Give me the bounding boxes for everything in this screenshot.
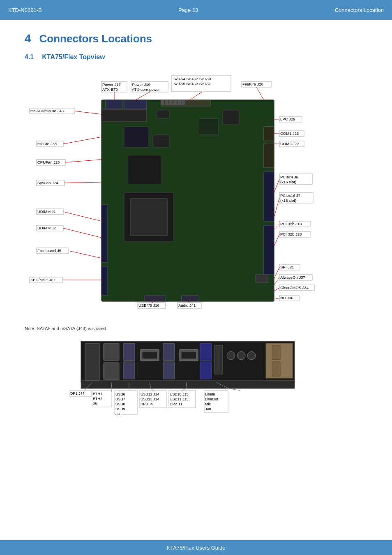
chapter-number: 4 xyxy=(25,32,31,45)
svg-rect-8 xyxy=(165,100,168,105)
svg-text:UDIMM J1: UDIMM J1 xyxy=(37,209,56,214)
svg-rect-7 xyxy=(161,100,164,105)
svg-point-131 xyxy=(247,352,256,360)
svg-rect-10 xyxy=(173,100,177,105)
svg-rect-17 xyxy=(153,135,169,147)
svg-text:SATA4  SATA2  SATA0: SATA4 SATA2 SATA0 xyxy=(173,76,211,81)
svg-text:J8: J8 xyxy=(93,402,97,406)
svg-text:USB9: USB9 xyxy=(115,407,125,411)
svg-rect-15 xyxy=(101,109,147,122)
svg-line-64 xyxy=(136,92,150,100)
svg-rect-119 xyxy=(123,362,135,379)
svg-line-68 xyxy=(190,92,202,100)
svg-line-41 xyxy=(65,160,101,162)
svg-line-157 xyxy=(151,388,153,391)
svg-text:ETH2: ETH2 xyxy=(93,397,102,401)
svg-rect-134 xyxy=(272,362,280,376)
svg-rect-122 xyxy=(163,343,175,361)
svg-text:NC J36: NC J36 xyxy=(280,296,293,300)
svg-line-47 xyxy=(63,212,101,221)
svg-rect-9 xyxy=(169,100,173,105)
svg-rect-30 xyxy=(157,110,169,118)
svg-line-35 xyxy=(75,111,101,114)
svg-rect-115 xyxy=(85,343,99,380)
svg-line-88 xyxy=(274,198,279,217)
svg-rect-123 xyxy=(163,362,175,379)
svg-line-106 xyxy=(274,298,279,299)
header-page: Page 13 xyxy=(178,7,198,13)
svg-text:USB8: USB8 xyxy=(115,402,125,406)
svg-rect-14 xyxy=(124,100,147,109)
svg-text:USB13 J14: USB13 J14 xyxy=(141,397,159,401)
svg-rect-18 xyxy=(128,155,161,184)
svg-rect-16 xyxy=(124,127,149,147)
topview-diagram: mSATA/mPCIe J43 mPCIe J38 CPUFan J25 Sys… xyxy=(25,73,367,320)
svg-rect-28 xyxy=(145,295,165,301)
svg-text:DP0 J4: DP0 J4 xyxy=(141,402,153,406)
svg-line-170 xyxy=(229,388,240,391)
svg-rect-11 xyxy=(178,100,181,105)
svg-rect-26 xyxy=(264,127,274,141)
svg-text:LineIn: LineIn xyxy=(205,392,215,396)
svg-text:Mic: Mic xyxy=(205,402,211,406)
svg-text:CPUFan J25: CPUFan J25 xyxy=(37,160,60,164)
svg-rect-29 xyxy=(182,295,198,301)
svg-text:SysFan J24: SysFan J24 xyxy=(37,180,58,185)
svg-rect-114 xyxy=(81,380,295,388)
svg-text:DP2 J3: DP2 J3 xyxy=(170,402,182,406)
svg-rect-21 xyxy=(101,205,108,262)
svg-text:mPCIe J38: mPCIe J38 xyxy=(37,141,57,146)
svg-text:PCIex4 J6: PCIex4 J6 xyxy=(280,175,298,179)
svg-text:AlwaysOn J37: AlwaysOn J37 xyxy=(280,275,305,280)
svg-rect-27 xyxy=(256,275,268,283)
svg-line-94 xyxy=(274,234,279,246)
svg-text:KBD/MSE J27: KBD/MSE J27 xyxy=(30,278,55,282)
svg-line-53 xyxy=(69,251,101,258)
svg-text:mSATA/mPCIe J43: mSATA/mPCIe J43 xyxy=(30,109,64,113)
svg-rect-22 xyxy=(101,266,108,295)
section-number: 4.1 xyxy=(25,53,34,61)
svg-line-71 xyxy=(256,87,264,100)
svg-text:Audio J41: Audio J41 xyxy=(178,303,196,308)
svg-text:Power J17: Power J17 xyxy=(102,82,121,87)
svg-rect-127 xyxy=(200,362,212,379)
svg-text:USB10 J15: USB10 J15 xyxy=(170,392,189,396)
svg-text:J20: J20 xyxy=(115,412,122,416)
chapter-title: Connectors Locations xyxy=(39,32,152,45)
section-title: KTA75/Flex Topview xyxy=(42,53,105,61)
svg-text:DP1 J44: DP1 J44 xyxy=(70,391,85,395)
main-content: 4 Connectors Locations 4.1 KTA75/Flex To… xyxy=(0,20,392,469)
svg-text:COM2 J22: COM2 J22 xyxy=(280,141,299,146)
svg-line-84 xyxy=(274,179,279,192)
svg-rect-118 xyxy=(123,343,135,361)
svg-rect-125 xyxy=(181,352,196,359)
header-doc-id: KTD-N0861-B xyxy=(8,7,42,13)
svg-rect-126 xyxy=(200,343,212,361)
svg-text:USB4/5 J16: USB4/5 J16 xyxy=(138,303,159,308)
svg-line-163 xyxy=(182,388,186,391)
svg-text:J40: J40 xyxy=(205,407,211,411)
svg-rect-116 xyxy=(104,343,119,361)
svg-text:USB7: USB7 xyxy=(115,397,125,401)
svg-rect-128 xyxy=(214,345,223,374)
svg-text:USB12 J14: USB12 J14 xyxy=(141,392,159,396)
svg-text:USB11 J15: USB11 J15 xyxy=(170,397,189,401)
svg-rect-121 xyxy=(142,352,157,359)
svg-text:Feature J26: Feature J26 xyxy=(242,82,263,86)
svg-rect-32 xyxy=(223,110,239,125)
svg-text:ETH1: ETH1 xyxy=(93,392,102,396)
footer-text: KTA75/Flex Users Guide xyxy=(167,545,226,551)
topview-svg: mSATA/mPCIe J43 mPCIe J38 CPUFan J25 Sys… xyxy=(25,73,367,320)
header-section: Connectors Location xyxy=(335,7,384,13)
svg-rect-25 xyxy=(264,143,274,168)
svg-text:PCI 32b J18: PCI 32b J18 xyxy=(280,222,302,226)
header: KTD-N0861-B Page 13 Connectors Location xyxy=(0,0,392,20)
svg-line-91 xyxy=(274,224,279,229)
svg-line-44 xyxy=(65,182,101,183)
note: Note: SATA5 and mSATA (J43) is shared. xyxy=(25,326,367,331)
svg-text:PCI 32b J28: PCI 32b J28 xyxy=(280,232,302,236)
svg-line-38 xyxy=(63,137,101,144)
svg-line-103 xyxy=(274,288,279,291)
svg-rect-31 xyxy=(198,118,219,135)
svg-text:SPI J21: SPI J21 xyxy=(280,265,294,269)
